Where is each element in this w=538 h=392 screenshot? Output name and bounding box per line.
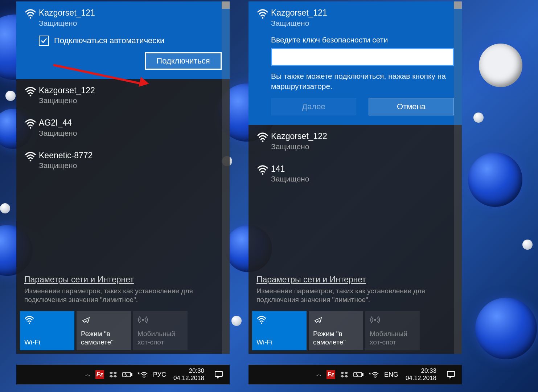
svg-point-13 <box>261 322 262 324</box>
network-ssid: 141 <box>271 164 454 174</box>
settings-desc: Изменение параметров, таких как установл… <box>24 287 222 305</box>
network-settings-link[interactable]: Параметры сети и Интернет Изменение пара… <box>16 270 230 305</box>
svg-point-1 <box>30 95 31 96</box>
wifi-icon <box>22 118 39 129</box>
tile-wifi[interactable]: Wi-Fi <box>252 311 307 350</box>
tile-hotspot: Мобильный хот-спот <box>365 311 420 350</box>
language-indicator[interactable]: ENG <box>384 371 398 379</box>
network-item[interactable]: Kazgorset_122 Защищено <box>249 125 462 158</box>
svg-point-0 <box>30 17 31 19</box>
network-ssid: Kazgorset_122 <box>39 86 222 96</box>
tile-hotspot: Мобильный хот-спот <box>133 311 188 350</box>
network-ssid: Kazgorset_122 <box>271 131 454 142</box>
network-status: Защищено <box>39 129 222 138</box>
svg-rect-16 <box>362 373 363 376</box>
network-item[interactable]: AG2I_44 Защищено <box>16 111 230 144</box>
wifi-icon <box>22 151 39 162</box>
settings-title[interactable]: Параметры сети и Интернет <box>256 275 454 285</box>
battery-tray-icon[interactable] <box>353 372 364 377</box>
settings-title[interactable]: Параметры сети и Интернет <box>24 275 222 285</box>
tile-wifi[interactable]: Wi-Fi <box>20 311 74 350</box>
clock[interactable]: 20:30 04.12.2018 <box>173 367 204 381</box>
svg-point-5 <box>142 319 144 320</box>
network-flyout-left: Kazgorset_121 Защищено Подключаться авто… <box>16 1 230 384</box>
svg-rect-9 <box>215 371 222 376</box>
svg-rect-7 <box>131 373 132 376</box>
network-ssid: Kazgorset_121 <box>271 8 454 18</box>
network-status: Защищено <box>39 19 222 28</box>
wifi-icon <box>254 131 271 142</box>
network-item[interactable]: Kazgorset_122 Защищено <box>16 79 230 112</box>
network-item-selected[interactable]: Kazgorset_121 Защищено Введите ключ безо… <box>249 1 462 125</box>
language-indicator[interactable]: РУС <box>153 371 166 379</box>
auto-connect-checkbox[interactable] <box>39 36 49 46</box>
hotspot-icon <box>137 315 183 325</box>
network-status: Защищено <box>39 161 222 170</box>
network-ssid: Keenetic-8772 <box>39 151 222 161</box>
network-ssid: AG2I_44 <box>39 118 222 128</box>
tray-overflow-icon[interactable]: ︿ <box>85 371 90 378</box>
svg-point-10 <box>262 17 263 19</box>
taskbar: ︿ Fz * РУС 20:30 04.12.2018 <box>16 365 230 384</box>
connect-button[interactable]: Подключиться <box>145 52 222 70</box>
dropbox-tray-icon[interactable] <box>109 371 117 378</box>
airplane-icon <box>313 315 359 325</box>
wifi-icon <box>22 8 39 19</box>
filezilla-tray-icon[interactable]: Fz <box>95 370 104 379</box>
next-button: Далее <box>271 98 356 115</box>
network-status: Защищено <box>271 19 454 28</box>
network-item-selected[interactable]: Kazgorset_121 Защищено Подключаться авто… <box>16 1 230 79</box>
action-center-icon[interactable] <box>212 368 225 381</box>
tile-airplane[interactable]: Режим "в самолете" <box>309 311 363 350</box>
network-flyout-right: Kazgorset_121 Защищено Введите ключ безо… <box>249 1 462 384</box>
network-status: Защищено <box>271 142 454 151</box>
svg-point-12 <box>262 173 263 175</box>
wifi-icon <box>254 8 271 19</box>
svg-point-4 <box>29 322 30 324</box>
airplane-icon <box>81 315 127 325</box>
filezilla-tray-icon[interactable]: Fz <box>327 370 335 379</box>
action-center-icon[interactable] <box>444 368 457 381</box>
network-status: Защищено <box>271 175 454 183</box>
auto-connect-label: Подключаться автоматически <box>54 36 164 45</box>
wifi-tray-icon[interactable]: * <box>137 371 148 379</box>
svg-point-11 <box>262 140 263 142</box>
battery-tray-icon[interactable] <box>122 372 132 377</box>
scrollbar[interactable] <box>222 1 230 354</box>
settings-desc: Изменение параметров, таких как установл… <box>256 287 454 305</box>
password-input[interactable] <box>271 48 454 66</box>
svg-rect-6 <box>123 372 131 377</box>
network-ssid: Kazgorset_121 <box>39 8 222 18</box>
svg-rect-15 <box>354 372 362 377</box>
scrollbar[interactable] <box>454 1 462 354</box>
svg-point-2 <box>30 127 31 128</box>
network-settings-link[interactable]: Параметры сети и Интернет Изменение пара… <box>249 270 462 305</box>
tile-airplane[interactable]: Режим "в самолете" <box>77 311 131 350</box>
taskbar: ︿ Fz * ENG 20:33 04.12.2018 <box>249 365 462 384</box>
network-item[interactable]: 141 Защищено <box>249 158 462 190</box>
wps-hint: Вы также можете подключиться, нажав кноп… <box>271 71 454 92</box>
svg-point-14 <box>374 319 376 320</box>
svg-point-17 <box>375 377 376 378</box>
clock[interactable]: 20:33 04.12.2018 <box>406 367 436 381</box>
wifi-icon <box>256 315 302 325</box>
dropbox-tray-icon[interactable] <box>340 371 348 378</box>
wifi-icon <box>22 86 39 97</box>
svg-point-8 <box>144 377 145 378</box>
password-label: Введите ключ безопасности сети <box>271 36 454 44</box>
tray-overflow-icon[interactable]: ︿ <box>316 371 321 378</box>
wifi-tray-icon[interactable]: * <box>369 371 379 379</box>
network-item[interactable]: Keenetic-8772 Защищено <box>16 144 230 177</box>
cancel-button[interactable]: Отмена <box>369 98 454 115</box>
wifi-icon <box>24 315 70 325</box>
network-status: Защищено <box>39 96 222 105</box>
svg-point-3 <box>30 160 31 161</box>
wifi-icon <box>254 164 271 175</box>
hotspot-icon <box>370 315 415 325</box>
svg-rect-18 <box>447 371 455 376</box>
